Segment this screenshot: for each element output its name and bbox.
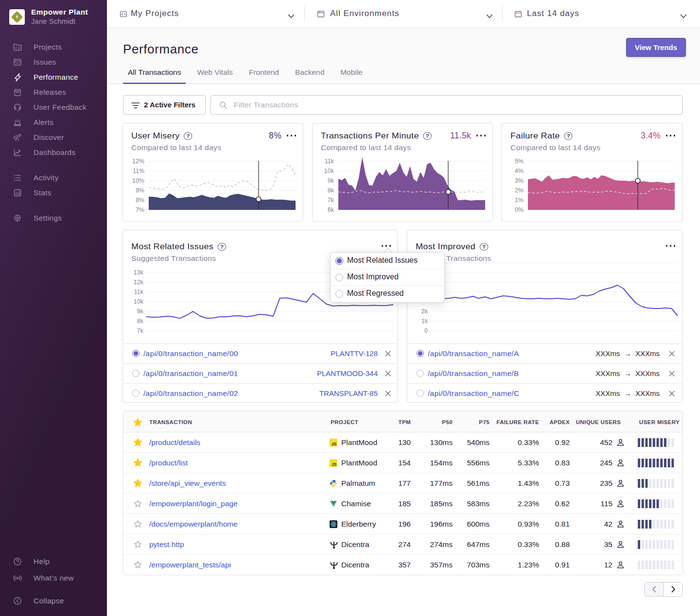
svg-text:10k: 10k (134, 298, 144, 305)
svg-text:7k: 7k (328, 197, 334, 204)
svg-text:7k: 7k (137, 327, 144, 334)
svg-text:0%: 0% (515, 206, 524, 213)
svg-text:4%: 4% (515, 168, 524, 174)
svg-text:JS: JS (332, 462, 337, 467)
svg-text:11k: 11k (134, 289, 144, 295)
svg-text:0: 0 (424, 327, 428, 334)
svg-text:9k: 9k (328, 177, 334, 184)
svg-text:12k: 12k (134, 279, 144, 286)
svg-text:1%: 1% (515, 197, 524, 204)
svg-text:9%: 9% (136, 187, 144, 194)
svg-text:10k: 10k (324, 168, 334, 174)
svg-text:JS: JS (332, 442, 337, 446)
svg-text:6k: 6k (328, 206, 334, 213)
svg-text:8%: 8% (136, 197, 144, 204)
svg-text:11k: 11k (325, 158, 334, 165)
svg-text:10%: 10% (132, 177, 144, 184)
svg-text:12%: 12% (132, 158, 144, 165)
svg-text:5%: 5% (515, 158, 524, 165)
svg-text:3%: 3% (515, 177, 524, 184)
svg-text:2k: 2k (421, 308, 428, 315)
svg-text:9k: 9k (137, 308, 144, 315)
svg-text:1k: 1k (421, 318, 428, 325)
svg-text:8k: 8k (137, 318, 144, 325)
svg-text:7%: 7% (136, 206, 144, 213)
svg-text:11%: 11% (133, 168, 144, 174)
svg-text:13k: 13k (134, 269, 144, 276)
svg-text:8k: 8k (328, 187, 334, 194)
svg-text:2%: 2% (515, 187, 524, 194)
